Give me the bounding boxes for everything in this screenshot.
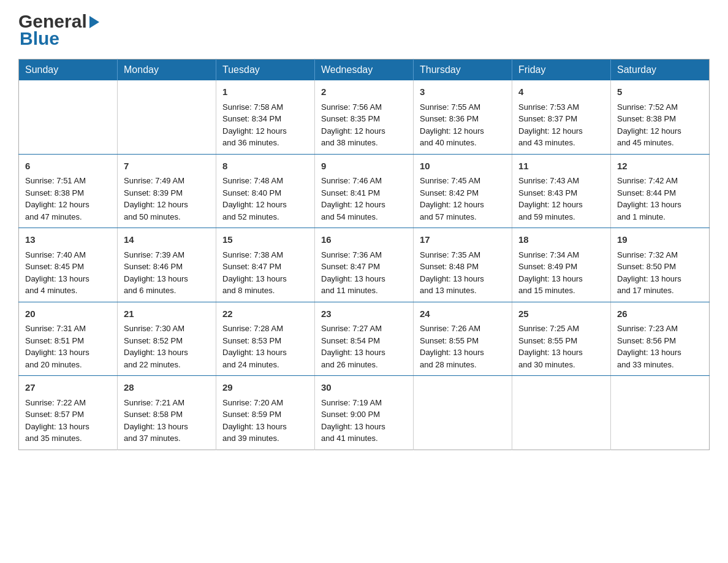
- day-info-line: Sunrise: 7:35 AM: [420, 249, 506, 261]
- day-info-line: Sunrise: 7:22 AM: [25, 397, 111, 409]
- calendar-cell: 21Sunrise: 7:30 AMSunset: 8:52 PMDayligh…: [118, 302, 216, 376]
- day-number: 10: [420, 159, 506, 174]
- day-info-line: Sunrise: 7:25 AM: [518, 323, 604, 335]
- day-info-line: Sunrise: 7:38 AM: [222, 249, 308, 261]
- weekday-header-tuesday: Tuesday: [216, 59, 315, 81]
- calendar-cell: 10Sunrise: 7:45 AMSunset: 8:42 PMDayligh…: [414, 154, 512, 228]
- day-number: 9: [321, 159, 407, 174]
- week-row-3: 13Sunrise: 7:40 AMSunset: 8:45 PMDayligh…: [19, 228, 710, 302]
- calendar-cell: [512, 376, 611, 450]
- day-info-line: Sunset: 8:42 PM: [420, 187, 506, 199]
- day-info-line: Sunrise: 7:26 AM: [420, 323, 506, 335]
- day-info-line: Sunset: 8:51 PM: [25, 335, 111, 347]
- calendar-cell: 15Sunrise: 7:38 AMSunset: 8:47 PMDayligh…: [216, 228, 315, 302]
- day-info-line: Daylight: 13 hours: [25, 347, 111, 359]
- weekday-header-thursday: Thursday: [414, 59, 512, 81]
- weekday-header-saturday: Saturday: [611, 59, 710, 81]
- day-info-line: Sunset: 8:55 PM: [518, 335, 604, 347]
- calendar-cell: [19, 80, 118, 154]
- day-info-line: Sunset: 8:49 PM: [518, 261, 604, 273]
- calendar-cell: 6Sunrise: 7:51 AMSunset: 8:38 PMDaylight…: [19, 154, 118, 228]
- calendar-cell: 7Sunrise: 7:49 AMSunset: 8:39 PMDaylight…: [118, 154, 216, 228]
- day-info-line: Daylight: 13 hours: [124, 347, 210, 359]
- day-info-line: Sunset: 8:53 PM: [222, 335, 308, 347]
- calendar-cell: 24Sunrise: 7:26 AMSunset: 8:55 PMDayligh…: [414, 302, 512, 376]
- day-info-line: Sunset: 8:44 PM: [617, 187, 703, 199]
- day-info-line: Sunrise: 7:19 AM: [321, 397, 407, 409]
- day-info-line: and 38 minutes.: [321, 137, 407, 149]
- day-number: 28: [124, 381, 210, 395]
- calendar-cell: 28Sunrise: 7:21 AMSunset: 8:58 PMDayligh…: [118, 376, 216, 450]
- day-info-line: Sunset: 8:38 PM: [25, 187, 111, 199]
- day-number: 20: [25, 307, 111, 321]
- day-number: 27: [25, 381, 111, 395]
- day-info-line: Sunset: 8:55 PM: [420, 335, 506, 347]
- calendar-cell: 9Sunrise: 7:46 AMSunset: 8:41 PMDaylight…: [315, 154, 414, 228]
- calendar-cell: 22Sunrise: 7:28 AMSunset: 8:53 PMDayligh…: [216, 302, 315, 376]
- logo-arrow-icon: [89, 16, 99, 28]
- day-info-line: Daylight: 13 hours: [420, 273, 506, 285]
- calendar-cell: 20Sunrise: 7:31 AMSunset: 8:51 PMDayligh…: [19, 302, 118, 376]
- day-info-line: Sunrise: 7:34 AM: [518, 249, 604, 261]
- day-info-line: Sunrise: 7:42 AM: [617, 175, 703, 187]
- day-number: 17: [420, 233, 506, 247]
- weekday-header-friday: Friday: [512, 59, 611, 81]
- day-info-line: Sunset: 8:59 PM: [222, 408, 308, 421]
- day-info-line: Sunset: 8:40 PM: [222, 187, 308, 199]
- day-number: 2: [321, 85, 407, 99]
- day-info-line: and 50 minutes.: [124, 211, 210, 223]
- day-info-line: Sunset: 8:36 PM: [420, 113, 506, 125]
- day-info-line: Sunset: 8:47 PM: [222, 261, 308, 273]
- day-info-line: Daylight: 12 hours: [420, 199, 506, 211]
- calendar-cell: 16Sunrise: 7:36 AMSunset: 8:47 PMDayligh…: [315, 228, 414, 302]
- day-number: 11: [518, 159, 604, 174]
- day-number: 16: [321, 233, 407, 247]
- day-info-line: and 8 minutes.: [222, 285, 308, 297]
- day-info-line: Daylight: 13 hours: [222, 347, 308, 359]
- day-info-line: Sunset: 8:45 PM: [25, 261, 111, 273]
- day-info-line: and 43 minutes.: [518, 137, 604, 149]
- weekday-header-wednesday: Wednesday: [315, 59, 414, 81]
- day-info-line: Sunrise: 7:23 AM: [617, 323, 703, 335]
- day-info-line: and 36 minutes.: [222, 137, 308, 149]
- weekday-header-monday: Monday: [118, 59, 216, 81]
- calendar-cell: 3Sunrise: 7:55 AMSunset: 8:36 PMDaylight…: [414, 80, 512, 154]
- day-info-line: and 11 minutes.: [321, 285, 407, 297]
- day-info-line: Sunrise: 7:51 AM: [25, 175, 111, 187]
- day-info-line: Sunset: 8:38 PM: [617, 113, 703, 125]
- day-number: 5: [617, 85, 703, 99]
- day-info-line: Sunrise: 7:53 AM: [518, 101, 604, 113]
- day-info-line: Sunrise: 7:56 AM: [321, 101, 407, 113]
- day-info-line: Sunrise: 7:32 AM: [617, 249, 703, 261]
- day-info-line: and 26 minutes.: [321, 359, 407, 371]
- day-number: 6: [25, 159, 111, 174]
- calendar-cell: 4Sunrise: 7:53 AMSunset: 8:37 PMDaylight…: [512, 80, 611, 154]
- day-info-line: Sunset: 8:54 PM: [321, 335, 407, 347]
- day-info-line: Daylight: 13 hours: [25, 273, 111, 285]
- weekday-header-row: SundayMondayTuesdayWednesdayThursdayFrid…: [19, 59, 710, 81]
- calendar-cell: 30Sunrise: 7:19 AMSunset: 9:00 PMDayligh…: [315, 376, 414, 450]
- day-info-line: and 57 minutes.: [420, 211, 506, 223]
- day-info-line: Sunrise: 7:30 AM: [124, 323, 210, 335]
- day-info-line: Sunset: 8:34 PM: [222, 113, 308, 125]
- week-row-5: 27Sunrise: 7:22 AMSunset: 8:57 PMDayligh…: [19, 376, 710, 450]
- day-info-line: Sunset: 8:39 PM: [124, 187, 210, 199]
- day-info-line: and 33 minutes.: [617, 359, 703, 371]
- day-info-line: Daylight: 12 hours: [321, 125, 407, 137]
- calendar-cell: 5Sunrise: 7:52 AMSunset: 8:38 PMDaylight…: [611, 80, 710, 154]
- day-info-line: and 54 minutes.: [321, 211, 407, 223]
- day-info-line: and 45 minutes.: [617, 137, 703, 149]
- calendar-cell: [414, 376, 512, 450]
- day-number: 24: [420, 307, 506, 321]
- day-info-line: Sunset: 8:58 PM: [124, 408, 210, 421]
- calendar-cell: [118, 80, 216, 154]
- day-info-line: Sunset: 8:43 PM: [518, 187, 604, 199]
- day-number: 8: [222, 159, 308, 174]
- day-info-line: Sunset: 8:52 PM: [124, 335, 210, 347]
- week-row-2: 6Sunrise: 7:51 AMSunset: 8:38 PMDaylight…: [19, 154, 710, 228]
- day-info-line: Daylight: 13 hours: [321, 347, 407, 359]
- day-info-line: and 17 minutes.: [617, 285, 703, 297]
- day-number: 13: [25, 233, 111, 247]
- calendar-cell: 19Sunrise: 7:32 AMSunset: 8:50 PMDayligh…: [611, 228, 710, 302]
- day-info-line: Sunrise: 7:39 AM: [124, 249, 210, 261]
